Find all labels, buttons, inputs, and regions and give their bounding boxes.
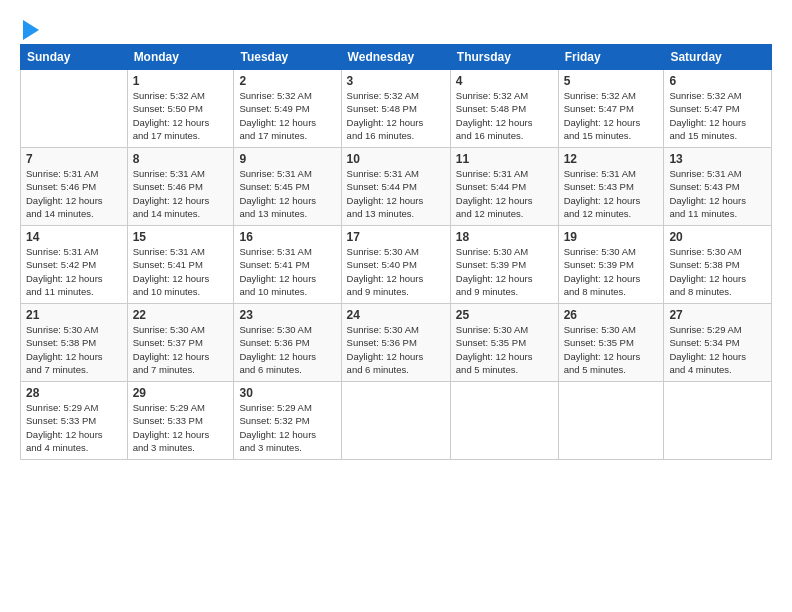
day-number: 7 — [26, 152, 122, 166]
day-number: 25 — [456, 308, 553, 322]
day-number: 8 — [133, 152, 229, 166]
day-info: Sunrise: 5:32 AM Sunset: 5:50 PM Dayligh… — [133, 89, 229, 142]
day-number: 14 — [26, 230, 122, 244]
day-info: Sunrise: 5:31 AM Sunset: 5:46 PM Dayligh… — [26, 167, 122, 220]
calendar-cell: 3Sunrise: 5:32 AM Sunset: 5:48 PM Daylig… — [341, 70, 450, 148]
calendar-cell: 16Sunrise: 5:31 AM Sunset: 5:41 PM Dayli… — [234, 226, 341, 304]
day-info: Sunrise: 5:32 AM Sunset: 5:49 PM Dayligh… — [239, 89, 335, 142]
day-info: Sunrise: 5:32 AM Sunset: 5:47 PM Dayligh… — [669, 89, 766, 142]
calendar-cell — [341, 382, 450, 460]
calendar-cell: 10Sunrise: 5:31 AM Sunset: 5:44 PM Dayli… — [341, 148, 450, 226]
day-number: 28 — [26, 386, 122, 400]
calendar-cell: 11Sunrise: 5:31 AM Sunset: 5:44 PM Dayli… — [450, 148, 558, 226]
day-number: 20 — [669, 230, 766, 244]
day-number: 13 — [669, 152, 766, 166]
calendar-cell: 14Sunrise: 5:31 AM Sunset: 5:42 PM Dayli… — [21, 226, 128, 304]
calendar-cell: 19Sunrise: 5:30 AM Sunset: 5:39 PM Dayli… — [558, 226, 664, 304]
day-info: Sunrise: 5:30 AM Sunset: 5:38 PM Dayligh… — [669, 245, 766, 298]
col-header-wednesday: Wednesday — [341, 45, 450, 70]
day-info: Sunrise: 5:32 AM Sunset: 5:48 PM Dayligh… — [456, 89, 553, 142]
day-number: 22 — [133, 308, 229, 322]
day-info: Sunrise: 5:31 AM Sunset: 5:43 PM Dayligh… — [564, 167, 659, 220]
calendar-cell: 28Sunrise: 5:29 AM Sunset: 5:33 PM Dayli… — [21, 382, 128, 460]
col-header-tuesday: Tuesday — [234, 45, 341, 70]
day-info: Sunrise: 5:30 AM Sunset: 5:38 PM Dayligh… — [26, 323, 122, 376]
header — [20, 18, 772, 36]
col-header-monday: Monday — [127, 45, 234, 70]
day-info: Sunrise: 5:30 AM Sunset: 5:35 PM Dayligh… — [564, 323, 659, 376]
calendar-cell: 2Sunrise: 5:32 AM Sunset: 5:49 PM Daylig… — [234, 70, 341, 148]
day-info: Sunrise: 5:30 AM Sunset: 5:36 PM Dayligh… — [239, 323, 335, 376]
calendar-cell: 18Sunrise: 5:30 AM Sunset: 5:39 PM Dayli… — [450, 226, 558, 304]
calendar-cell: 6Sunrise: 5:32 AM Sunset: 5:47 PM Daylig… — [664, 70, 772, 148]
day-info: Sunrise: 5:31 AM Sunset: 5:41 PM Dayligh… — [133, 245, 229, 298]
day-info: Sunrise: 5:30 AM Sunset: 5:39 PM Dayligh… — [564, 245, 659, 298]
col-header-thursday: Thursday — [450, 45, 558, 70]
header-row: SundayMondayTuesdayWednesdayThursdayFrid… — [21, 45, 772, 70]
day-number: 12 — [564, 152, 659, 166]
calendar-cell — [664, 382, 772, 460]
day-number: 16 — [239, 230, 335, 244]
day-number: 5 — [564, 74, 659, 88]
day-info: Sunrise: 5:31 AM Sunset: 5:41 PM Dayligh… — [239, 245, 335, 298]
day-number: 18 — [456, 230, 553, 244]
day-info: Sunrise: 5:29 AM Sunset: 5:32 PM Dayligh… — [239, 401, 335, 454]
day-info: Sunrise: 5:30 AM Sunset: 5:37 PM Dayligh… — [133, 323, 229, 376]
day-info: Sunrise: 5:29 AM Sunset: 5:34 PM Dayligh… — [669, 323, 766, 376]
day-number: 6 — [669, 74, 766, 88]
day-number: 17 — [347, 230, 445, 244]
day-number: 4 — [456, 74, 553, 88]
calendar-table: SundayMondayTuesdayWednesdayThursdayFrid… — [20, 44, 772, 460]
calendar-cell: 7Sunrise: 5:31 AM Sunset: 5:46 PM Daylig… — [21, 148, 128, 226]
day-info: Sunrise: 5:30 AM Sunset: 5:35 PM Dayligh… — [456, 323, 553, 376]
day-number: 30 — [239, 386, 335, 400]
logo-arrow-icon — [23, 20, 39, 40]
day-number: 21 — [26, 308, 122, 322]
day-info: Sunrise: 5:32 AM Sunset: 5:48 PM Dayligh… — [347, 89, 445, 142]
day-info: Sunrise: 5:31 AM Sunset: 5:44 PM Dayligh… — [347, 167, 445, 220]
day-number: 24 — [347, 308, 445, 322]
calendar-cell: 22Sunrise: 5:30 AM Sunset: 5:37 PM Dayli… — [127, 304, 234, 382]
day-number: 11 — [456, 152, 553, 166]
calendar-cell: 27Sunrise: 5:29 AM Sunset: 5:34 PM Dayli… — [664, 304, 772, 382]
day-info: Sunrise: 5:29 AM Sunset: 5:33 PM Dayligh… — [26, 401, 122, 454]
week-row-4: 21Sunrise: 5:30 AM Sunset: 5:38 PM Dayli… — [21, 304, 772, 382]
day-info: Sunrise: 5:29 AM Sunset: 5:33 PM Dayligh… — [133, 401, 229, 454]
day-info: Sunrise: 5:31 AM Sunset: 5:43 PM Dayligh… — [669, 167, 766, 220]
calendar-cell: 30Sunrise: 5:29 AM Sunset: 5:32 PM Dayli… — [234, 382, 341, 460]
logo — [20, 18, 39, 36]
day-info: Sunrise: 5:31 AM Sunset: 5:42 PM Dayligh… — [26, 245, 122, 298]
day-number: 26 — [564, 308, 659, 322]
calendar-cell: 23Sunrise: 5:30 AM Sunset: 5:36 PM Dayli… — [234, 304, 341, 382]
col-header-saturday: Saturday — [664, 45, 772, 70]
day-info: Sunrise: 5:31 AM Sunset: 5:46 PM Dayligh… — [133, 167, 229, 220]
calendar-cell: 9Sunrise: 5:31 AM Sunset: 5:45 PM Daylig… — [234, 148, 341, 226]
col-header-sunday: Sunday — [21, 45, 128, 70]
calendar-cell: 15Sunrise: 5:31 AM Sunset: 5:41 PM Dayli… — [127, 226, 234, 304]
day-info: Sunrise: 5:30 AM Sunset: 5:36 PM Dayligh… — [347, 323, 445, 376]
day-info: Sunrise: 5:30 AM Sunset: 5:39 PM Dayligh… — [456, 245, 553, 298]
calendar-cell — [21, 70, 128, 148]
day-info: Sunrise: 5:30 AM Sunset: 5:40 PM Dayligh… — [347, 245, 445, 298]
day-number: 1 — [133, 74, 229, 88]
calendar-cell: 5Sunrise: 5:32 AM Sunset: 5:47 PM Daylig… — [558, 70, 664, 148]
day-number: 23 — [239, 308, 335, 322]
calendar-cell — [450, 382, 558, 460]
calendar-cell: 21Sunrise: 5:30 AM Sunset: 5:38 PM Dayli… — [21, 304, 128, 382]
day-info: Sunrise: 5:31 AM Sunset: 5:44 PM Dayligh… — [456, 167, 553, 220]
week-row-2: 7Sunrise: 5:31 AM Sunset: 5:46 PM Daylig… — [21, 148, 772, 226]
col-header-friday: Friday — [558, 45, 664, 70]
day-number: 19 — [564, 230, 659, 244]
day-number: 2 — [239, 74, 335, 88]
calendar-cell: 29Sunrise: 5:29 AM Sunset: 5:33 PM Dayli… — [127, 382, 234, 460]
calendar-cell: 17Sunrise: 5:30 AM Sunset: 5:40 PM Dayli… — [341, 226, 450, 304]
calendar-cell: 25Sunrise: 5:30 AM Sunset: 5:35 PM Dayli… — [450, 304, 558, 382]
calendar-cell: 4Sunrise: 5:32 AM Sunset: 5:48 PM Daylig… — [450, 70, 558, 148]
day-info: Sunrise: 5:31 AM Sunset: 5:45 PM Dayligh… — [239, 167, 335, 220]
day-number: 9 — [239, 152, 335, 166]
day-info: Sunrise: 5:32 AM Sunset: 5:47 PM Dayligh… — [564, 89, 659, 142]
day-number: 3 — [347, 74, 445, 88]
calendar-cell: 26Sunrise: 5:30 AM Sunset: 5:35 PM Dayli… — [558, 304, 664, 382]
calendar-cell: 24Sunrise: 5:30 AM Sunset: 5:36 PM Dayli… — [341, 304, 450, 382]
calendar-cell: 13Sunrise: 5:31 AM Sunset: 5:43 PM Dayli… — [664, 148, 772, 226]
